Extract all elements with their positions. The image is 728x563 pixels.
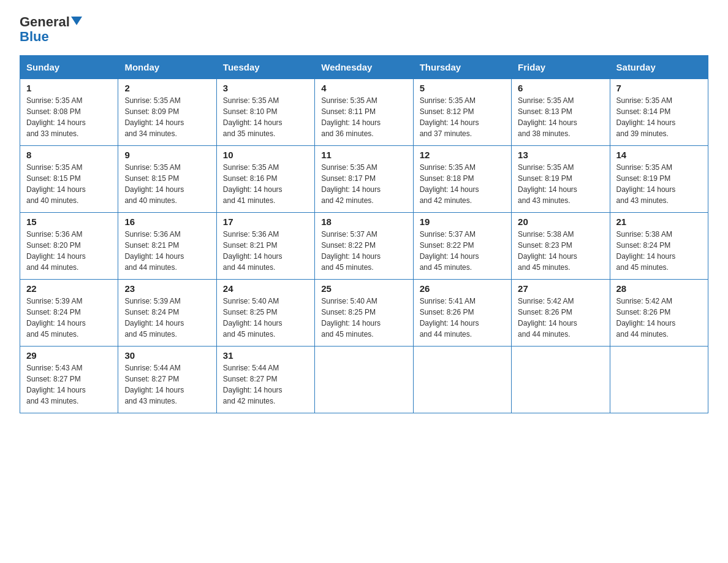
day-cell: 28 Sunrise: 5:42 AM Sunset: 8:26 PM Dayl… [610,280,708,347]
header-cell-friday: Friday [512,56,610,79]
day-cell: 5 Sunrise: 5:35 AM Sunset: 8:12 PM Dayli… [413,79,511,146]
day-cell: 30 Sunrise: 5:44 AM Sunset: 8:27 PM Dayl… [118,347,216,413]
day-cell: 3 Sunrise: 5:35 AM Sunset: 8:10 PM Dayli… [216,79,314,146]
day-info: Sunrise: 5:39 AM Sunset: 8:24 PM Dayligh… [124,296,210,340]
day-info: Sunrise: 5:40 AM Sunset: 8:25 PM Dayligh… [321,296,406,340]
day-info: Sunrise: 5:35 AM Sunset: 8:14 PM Dayligh… [616,95,702,139]
day-number: 20 [518,216,603,227]
header-cell-wednesday: Wednesday [315,56,413,79]
day-info: Sunrise: 5:35 AM Sunset: 8:19 PM Dayligh… [616,162,702,206]
day-info: Sunrise: 5:35 AM Sunset: 8:17 PM Dayligh… [321,162,406,206]
day-number: 30 [124,350,210,361]
day-info: Sunrise: 5:35 AM Sunset: 8:15 PM Dayligh… [26,162,112,206]
day-number: 13 [518,150,603,160]
day-number: 21 [616,216,702,227]
day-number: 7 [616,83,702,93]
day-cell: 4 Sunrise: 5:35 AM Sunset: 8:11 PM Dayli… [315,79,413,146]
day-cell: 22 Sunrise: 5:39 AM Sunset: 8:24 PM Dayl… [20,280,118,347]
header-cell-saturday: Saturday [610,56,708,79]
day-cell: 1 Sunrise: 5:35 AM Sunset: 8:08 PM Dayli… [20,79,118,146]
day-info: Sunrise: 5:35 AM Sunset: 8:12 PM Dayligh… [420,95,505,139]
logo-triangle-icon [71,17,82,25]
day-cell: 23 Sunrise: 5:39 AM Sunset: 8:24 PM Dayl… [118,280,216,347]
day-number: 16 [124,216,210,227]
day-cell: 13 Sunrise: 5:35 AM Sunset: 8:19 PM Dayl… [512,146,610,213]
day-cell: 10 Sunrise: 5:35 AM Sunset: 8:16 PM Dayl… [216,146,314,213]
week-row-5: 29 Sunrise: 5:43 AM Sunset: 8:27 PM Dayl… [20,347,708,413]
day-info: Sunrise: 5:35 AM Sunset: 8:19 PM Dayligh… [518,162,603,206]
day-cell: 7 Sunrise: 5:35 AM Sunset: 8:14 PM Dayli… [610,79,708,146]
header-row: SundayMondayTuesdayWednesdayThursdayFrid… [20,56,708,79]
day-number: 25 [321,283,406,294]
day-number: 29 [26,350,112,361]
day-cell: 2 Sunrise: 5:35 AM Sunset: 8:09 PM Dayli… [118,79,216,146]
day-cell: 29 Sunrise: 5:43 AM Sunset: 8:27 PM Dayl… [20,347,118,413]
day-number: 4 [321,83,406,93]
day-cell: 26 Sunrise: 5:41 AM Sunset: 8:26 PM Dayl… [413,280,511,347]
header-cell-sunday: Sunday [20,56,118,79]
day-info: Sunrise: 5:35 AM Sunset: 8:11 PM Dayligh… [321,95,406,139]
day-number: 14 [616,150,702,160]
day-number: 28 [616,283,702,294]
day-number: 8 [26,150,112,160]
day-cell: 12 Sunrise: 5:35 AM Sunset: 8:18 PM Dayl… [413,146,511,213]
week-row-4: 22 Sunrise: 5:39 AM Sunset: 8:24 PM Dayl… [20,280,708,347]
day-cell: 19 Sunrise: 5:37 AM Sunset: 8:22 PM Dayl… [413,213,511,280]
day-number: 12 [420,150,505,160]
day-cell: 20 Sunrise: 5:38 AM Sunset: 8:23 PM Dayl… [512,213,610,280]
day-cell: 18 Sunrise: 5:37 AM Sunset: 8:22 PM Dayl… [315,213,413,280]
day-info: Sunrise: 5:35 AM Sunset: 8:18 PM Dayligh… [420,162,505,206]
logo: General Blue [20,15,82,44]
header-cell-tuesday: Tuesday [216,56,314,79]
day-info: Sunrise: 5:43 AM Sunset: 8:27 PM Dayligh… [26,362,112,407]
day-number: 17 [223,216,308,227]
logo-general: General [20,14,70,29]
day-info: Sunrise: 5:35 AM Sunset: 8:09 PM Dayligh… [124,95,210,139]
day-info: Sunrise: 5:39 AM Sunset: 8:24 PM Dayligh… [26,296,112,340]
day-cell: 8 Sunrise: 5:35 AM Sunset: 8:15 PM Dayli… [20,146,118,213]
day-info: Sunrise: 5:44 AM Sunset: 8:27 PM Dayligh… [223,362,308,407]
day-number: 5 [420,83,505,93]
day-number: 3 [223,83,308,93]
day-cell: 6 Sunrise: 5:35 AM Sunset: 8:13 PM Dayli… [512,79,610,146]
logo-blue-text: Blue [20,29,49,44]
day-info: Sunrise: 5:36 AM Sunset: 8:20 PM Dayligh… [26,229,112,273]
day-info: Sunrise: 5:42 AM Sunset: 8:26 PM Dayligh… [616,296,702,340]
day-cell: 17 Sunrise: 5:36 AM Sunset: 8:21 PM Dayl… [216,213,314,280]
day-cell: 16 Sunrise: 5:36 AM Sunset: 8:21 PM Dayl… [118,213,216,280]
day-info: Sunrise: 5:35 AM Sunset: 8:13 PM Dayligh… [518,95,603,139]
day-number: 22 [26,283,112,294]
day-cell: 31 Sunrise: 5:44 AM Sunset: 8:27 PM Dayl… [216,347,314,413]
calendar-body: 1 Sunrise: 5:35 AM Sunset: 8:08 PM Dayli… [20,79,708,413]
week-row-3: 15 Sunrise: 5:36 AM Sunset: 8:20 PM Dayl… [20,213,708,280]
day-number: 2 [124,83,210,93]
day-cell: 15 Sunrise: 5:36 AM Sunset: 8:20 PM Dayl… [20,213,118,280]
day-cell: 25 Sunrise: 5:40 AM Sunset: 8:25 PM Dayl… [315,280,413,347]
day-cell: 27 Sunrise: 5:42 AM Sunset: 8:26 PM Dayl… [512,280,610,347]
day-info: Sunrise: 5:37 AM Sunset: 8:22 PM Dayligh… [321,229,406,273]
day-number: 31 [223,350,308,361]
day-number: 11 [321,150,406,160]
day-number: 9 [124,150,210,160]
day-number: 19 [420,216,505,227]
day-number: 27 [518,283,603,294]
day-number: 18 [321,216,406,227]
day-cell: 11 Sunrise: 5:35 AM Sunset: 8:17 PM Dayl… [315,146,413,213]
logo-text: General [20,15,82,29]
day-cell: 14 Sunrise: 5:35 AM Sunset: 8:19 PM Dayl… [610,146,708,213]
day-info: Sunrise: 5:40 AM Sunset: 8:25 PM Dayligh… [223,296,308,340]
day-number: 23 [124,283,210,294]
day-info: Sunrise: 5:35 AM Sunset: 8:16 PM Dayligh… [223,162,308,206]
day-info: Sunrise: 5:42 AM Sunset: 8:26 PM Dayligh… [518,296,603,340]
header-cell-monday: Monday [118,56,216,79]
day-number: 6 [518,83,603,93]
week-row-1: 1 Sunrise: 5:35 AM Sunset: 8:08 PM Dayli… [20,79,708,146]
day-info: Sunrise: 5:35 AM Sunset: 8:15 PM Dayligh… [124,162,210,206]
day-cell [512,347,610,413]
day-info: Sunrise: 5:41 AM Sunset: 8:26 PM Dayligh… [420,296,505,340]
day-cell [413,347,511,413]
day-info: Sunrise: 5:36 AM Sunset: 8:21 PM Dayligh… [124,229,210,273]
day-info: Sunrise: 5:36 AM Sunset: 8:21 PM Dayligh… [223,229,308,273]
day-info: Sunrise: 5:35 AM Sunset: 8:10 PM Dayligh… [223,95,308,139]
page-header: General Blue [20,15,708,44]
